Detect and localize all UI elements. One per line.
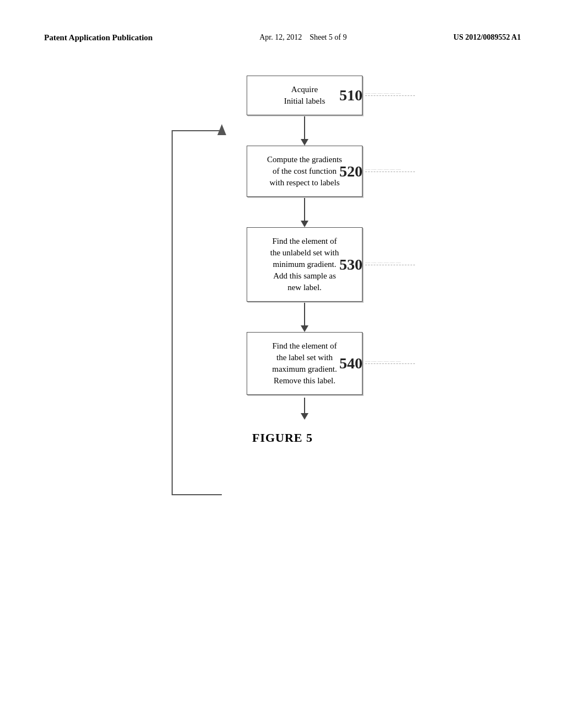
step-row-540: Find the element ofthe label set withmax… <box>167 332 443 395</box>
box-530-text: Find the element ofthe unlabeld set with… <box>270 237 339 292</box>
conn-line-2 <box>304 197 305 221</box>
annotation-text-520: ---- ---- ---- ---- ---- ---- <box>365 167 401 172</box>
conn-line-1 <box>304 115 305 139</box>
publication-date-sheet: Apr. 12, 2012 Sheet 5 of 9 <box>259 33 347 42</box>
steps-column: AcquireInitial labels ---- ---- ---- ---… <box>194 76 415 420</box>
conn-head-1 <box>301 139 308 146</box>
box-wrapper-520: Compute the gradientsof the cost functio… <box>247 146 363 197</box>
step-row-510: AcquireInitial labels ---- ---- ---- ---… <box>167 76 443 115</box>
figure-label: FIGURE 5 <box>252 431 313 445</box>
annotation-text-530: ---- ---- ---- ---- ---- ---- <box>365 260 401 265</box>
patent-number: US 2012/0089552 A1 <box>454 33 521 42</box>
annotation-540: ---- ---- ---- ---- ---- ---- <box>365 363 415 364</box>
annotation-text-510: ---- ---- ---- ---- ---- ---- <box>365 91 401 95</box>
box-wrapper-530: Find the element ofthe unlabeld set with… <box>247 227 363 302</box>
arrow-530-540 <box>301 302 308 332</box>
flowchart-container: AcquireInitial labels ---- ---- ---- ---… <box>117 76 448 420</box>
conn-head-3 <box>301 325 308 332</box>
step-number-520: 520 <box>339 163 363 180</box>
conn-line-3 <box>304 302 305 325</box>
arrow-bottom <box>301 398 308 420</box>
box-540-text: Find the element ofthe label set withmax… <box>272 341 337 385</box>
step-number-540: 540 <box>339 355 363 372</box>
step-number-530: 530 <box>339 256 363 274</box>
diagram-area: AcquireInitial labels ---- ---- ---- ---… <box>44 76 521 445</box>
sheet-info: Sheet 5 of 9 <box>310 33 347 41</box>
step-number-510: 510 <box>339 87 363 104</box>
bottom-head <box>301 413 308 420</box>
page: Patent Application Publication Apr. 12, … <box>0 0 565 728</box>
conn-head-2 <box>301 221 308 227</box>
publication-label: Patent Application Publication <box>44 33 153 42</box>
arrow-520-530 <box>301 197 308 227</box>
arrow-510-520 <box>301 115 308 146</box>
annotation-530: ---- ---- ---- ---- ---- ---- <box>365 265 415 265</box>
annotation-text-540: ---- ---- ---- ---- ---- ---- <box>365 359 401 363</box>
annotation-510: ---- ---- ---- ---- ---- ---- <box>365 95 415 96</box>
page-header: Patent Application Publication Apr. 12, … <box>44 33 521 42</box>
step-row-530: Find the element ofthe unlabeld set with… <box>167 227 443 302</box>
bottom-line <box>304 398 305 413</box>
publication-date: Apr. 12, 2012 <box>259 33 302 41</box>
box-wrapper-510: AcquireInitial labels ---- ---- ---- ---… <box>247 76 363 115</box>
box-510-text: AcquireInitial labels <box>284 85 326 105</box>
step-row-520: Compute the gradientsof the cost functio… <box>167 146 443 197</box>
box-wrapper-540: Find the element ofthe label set withmax… <box>247 332 363 395</box>
annotation-520: ---- ---- ---- ---- ---- ---- <box>365 172 415 172</box>
box-520-text: Compute the gradientsof the cost functio… <box>267 155 342 187</box>
